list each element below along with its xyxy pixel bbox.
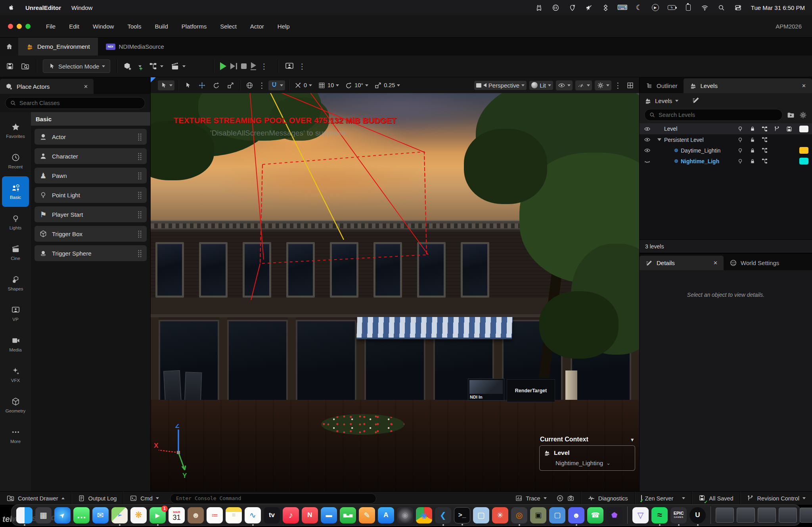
drag-handle[interactable] bbox=[138, 172, 142, 179]
snapshot-icon[interactable] bbox=[567, 495, 575, 502]
dock-spotify[interactable]: ≈ bbox=[651, 507, 668, 523]
dock-numbers[interactable]: ▆▃▅ bbox=[340, 507, 356, 523]
battery-icon[interactable]: ϟ bbox=[668, 4, 676, 11]
search-levels-input[interactable]: Search Levels bbox=[644, 109, 783, 121]
close-icon[interactable]: ✕ bbox=[802, 83, 806, 88]
zen-server-dropdown[interactable]: ✓ Zen Server bbox=[635, 492, 692, 505]
levels-dropdown[interactable]: Levels bbox=[644, 97, 678, 105]
color-column-swatch[interactable] bbox=[799, 126, 808, 132]
blueprint-icon[interactable] bbox=[758, 147, 771, 154]
wifi-icon[interactable] bbox=[701, 4, 709, 11]
play-options-icon[interactable]: ⋮ bbox=[260, 63, 268, 70]
dock-window-app[interactable]: ▢ bbox=[473, 507, 489, 523]
rail-item-lights[interactable]: Lights bbox=[2, 207, 29, 237]
dock-epic-games[interactable]: EPICGAMES bbox=[670, 507, 687, 523]
tab-levels[interactable]: Levels ✕ bbox=[684, 78, 812, 93]
dock-vscode[interactable]: ❮ bbox=[435, 507, 451, 523]
level-color-cell[interactable] bbox=[795, 147, 812, 154]
dock-notes[interactable]: ≡ bbox=[226, 507, 242, 523]
expand-arrow[interactable] bbox=[655, 136, 664, 143]
dock-mail[interactable]: ✉ bbox=[92, 507, 109, 523]
world-local-toggle[interactable] bbox=[244, 80, 255, 90]
lock-icon[interactable] bbox=[746, 147, 758, 154]
trace-dropdown[interactable]: Trace bbox=[509, 492, 581, 505]
eye-icon[interactable] bbox=[640, 147, 655, 154]
toolbar-overflow-icon[interactable]: ⋮ bbox=[298, 63, 306, 70]
context-collapse-icon[interactable]: ▾ bbox=[631, 437, 634, 442]
minimized-window-thumbnail[interactable] bbox=[758, 508, 776, 523]
dock-news[interactable]: N bbox=[302, 507, 318, 523]
level-color-swatch[interactable] bbox=[799, 158, 808, 164]
dock-aperture-app[interactable]: ▣ bbox=[530, 507, 546, 523]
actor-item-trigger-box[interactable]: Trigger Box bbox=[34, 226, 147, 242]
dock-keynote[interactable]: ▬ bbox=[321, 507, 337, 523]
select-tool[interactable] bbox=[182, 80, 193, 90]
spotlight-icon[interactable] bbox=[718, 4, 726, 11]
viewport-mode-dropdown[interactable] bbox=[158, 80, 174, 90]
dock-freeform[interactable]: ∿ bbox=[245, 507, 261, 523]
surface-snapping-dropdown[interactable] bbox=[268, 80, 285, 90]
rotation-snap-control[interactable]: 10° bbox=[343, 80, 370, 90]
actor-item-trigger-sphere[interactable]: Trigger Sphere bbox=[34, 245, 147, 261]
snap-offset-control[interactable]: 0 bbox=[293, 80, 314, 90]
viewport-overflow-icon[interactable]: ⋮ bbox=[614, 82, 622, 89]
minimized-window-thumbnail[interactable] bbox=[779, 508, 797, 523]
grid-snap-control[interactable]: 10 bbox=[316, 80, 341, 90]
rotate-tool[interactable] bbox=[211, 80, 222, 90]
creative-cloud-icon[interactable] bbox=[552, 4, 560, 11]
actor-item-point-light[interactable]: Point Light bbox=[34, 187, 147, 203]
revision-control-dropdown[interactable]: Revision Control bbox=[740, 492, 812, 505]
viewport-settings-dropdown[interactable] bbox=[595, 80, 611, 90]
dock-chrome[interactable]: ◉ bbox=[416, 507, 432, 523]
dock-music[interactable]: ♪ bbox=[283, 507, 299, 523]
tab-demo-environment[interactable]: Demo_Environment bbox=[18, 38, 98, 55]
quad-layout-button[interactable] bbox=[624, 80, 636, 90]
menubar-clock[interactable]: Tue Mar 31 6:50 PM bbox=[751, 4, 805, 11]
layers-icon[interactable] bbox=[602, 4, 610, 11]
diagnostics-button[interactable]: Diagnostics bbox=[581, 492, 635, 505]
transform-options-icon[interactable]: ⋮ bbox=[258, 82, 266, 89]
search-classes-input[interactable]: Search Classes bbox=[5, 97, 145, 109]
levels-settings-button[interactable] bbox=[799, 111, 807, 119]
rail-item-recent[interactable]: Recent bbox=[2, 146, 29, 176]
actor-item-actor[interactable]: Actor bbox=[34, 129, 147, 145]
apple-menu-icon[interactable] bbox=[7, 4, 15, 11]
menu-file[interactable]: File bbox=[39, 23, 62, 30]
all-saved-button[interactable]: ✓ All Saved bbox=[692, 492, 740, 505]
blueprint-icon[interactable] bbox=[758, 158, 771, 164]
menu-tools[interactable]: Tools bbox=[121, 23, 148, 30]
dock-discord[interactable]: ☻ bbox=[568, 507, 584, 523]
save-button[interactable] bbox=[6, 62, 14, 71]
place-actors-tab[interactable]: Place Actors ✕ bbox=[0, 79, 94, 94]
dock-safari[interactable]: ➤ bbox=[54, 507, 71, 523]
eye-icon[interactable] bbox=[640, 136, 655, 143]
dock-messages[interactable]: … bbox=[73, 507, 90, 523]
dock-blender[interactable]: ◎ bbox=[511, 507, 527, 523]
drag-handle[interactable] bbox=[138, 211, 142, 218]
drag-handle[interactable] bbox=[138, 191, 142, 199]
frame-skip-button[interactable] bbox=[230, 63, 237, 69]
rail-item-cine[interactable]: Cine bbox=[2, 237, 29, 268]
level-color-cell[interactable] bbox=[795, 158, 812, 164]
clipboard-icon[interactable] bbox=[684, 4, 692, 11]
menu-platforms[interactable]: Platforms bbox=[175, 23, 213, 30]
dock-figma[interactable]: ⬟ bbox=[606, 507, 622, 523]
minimized-window-thumbnail[interactable] bbox=[716, 508, 734, 523]
content-drawer-button[interactable]: Content Drawer bbox=[0, 492, 71, 505]
level-row[interactable]: Nightime_Ligh bbox=[640, 156, 812, 166]
scale-snap-control[interactable]: 0.25 bbox=[373, 80, 402, 90]
cinematics-button[interactable] bbox=[170, 62, 186, 71]
menu-edit[interactable]: Edit bbox=[62, 23, 86, 30]
stop-button[interactable] bbox=[241, 63, 247, 69]
add-actor-button[interactable]: + bbox=[123, 62, 142, 71]
rail-item-vp[interactable]: VP bbox=[2, 298, 29, 329]
dock-pages[interactable]: ✎ bbox=[359, 507, 375, 523]
close-icon[interactable]: ✕ bbox=[713, 260, 718, 265]
minimized-window-thumbnail[interactable] bbox=[737, 508, 755, 523]
dock-whatsapp[interactable]: ☎ bbox=[587, 507, 603, 523]
level-name[interactable]: Persistent Level bbox=[664, 137, 734, 143]
dock-launchpad[interactable]: ▦ bbox=[35, 507, 52, 523]
performance-dropdown[interactable] bbox=[575, 80, 592, 90]
launch-button[interactable] bbox=[251, 62, 256, 71]
menu-help[interactable]: Help bbox=[271, 23, 297, 30]
